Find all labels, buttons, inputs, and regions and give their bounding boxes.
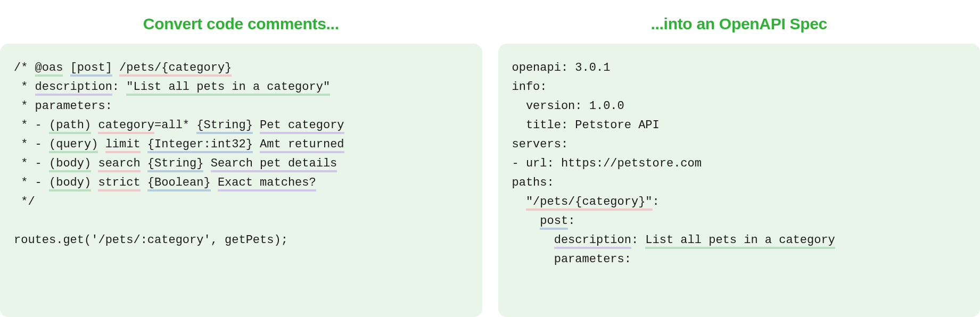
code-segment: [91, 157, 98, 170]
code-segment: Pet category: [260, 119, 344, 134]
code-segment: routes.get('/pets/:category', getPets);: [14, 233, 288, 247]
code-segment: [512, 214, 540, 228]
code-line: /* @oas [post] /pets/{category}: [14, 59, 468, 78]
code-segment: :: [112, 80, 126, 94]
code-segment: Exact matches?: [218, 176, 316, 191]
code-line: * - (body) search {String} Search pet de…: [14, 154, 468, 173]
code-segment: * -: [14, 157, 49, 170]
code-segment: :: [631, 233, 645, 247]
two-column-layout: Convert code comments... /* @oas [post] …: [0, 0, 980, 317]
code-segment: /pets/{category}: [119, 61, 232, 77]
code-line: * description: "List all pets in a categ…: [14, 78, 468, 97]
code-segment: [141, 157, 147, 170]
code-line: */: [14, 193, 468, 212]
code-segment: strict: [98, 176, 140, 191]
code-segment: * -: [14, 176, 49, 189]
code-line: * - (query) limit {Integer:int32} Amt re…: [14, 135, 468, 154]
left-panel: Convert code comments... /* @oas [post] …: [0, 0, 482, 317]
code-segment: Search pet details: [211, 157, 337, 172]
code-line: - url: https://petstore.com: [512, 154, 967, 173]
code-segment: category: [98, 119, 154, 134]
code-segment: title: Petstore API: [512, 119, 660, 132]
code-segment: openapi: 3.0.1: [512, 61, 611, 74]
code-segment: "/pets/{category}": [526, 195, 653, 211]
code-line: [14, 212, 468, 231]
code-segment: {String}: [196, 119, 253, 134]
code-segment: description: [554, 233, 631, 249]
code-segment: (path): [49, 119, 91, 134]
right-code-block: openapi: 3.0.1info: version: 1.0.0 title…: [498, 44, 981, 317]
code-segment: */: [14, 195, 35, 208]
code-line: "/pets/{category}":: [512, 193, 967, 212]
code-segment: [112, 61, 119, 74]
code-segment: [63, 61, 70, 74]
code-line: description: List all pets in a category: [512, 231, 967, 250]
code-segment: limit: [105, 138, 141, 153]
code-line: parameters:: [512, 250, 967, 269]
code-segment: paths:: [512, 176, 554, 189]
code-line: * - (path) category=all* {String} Pet ca…: [14, 116, 468, 135]
code-segment: * parameters:: [14, 99, 112, 113]
code-segment: [141, 176, 147, 189]
code-line: * parameters:: [14, 97, 468, 116]
code-segment: description: [35, 80, 112, 96]
code-segment: [91, 119, 98, 132]
code-line: info:: [512, 78, 967, 97]
code-line: post:: [512, 212, 967, 231]
code-segment: [203, 157, 210, 170]
code-segment: parameters:: [512, 253, 631, 266]
code-segment: [211, 176, 218, 189]
code-line: title: Petstore API: [512, 116, 967, 135]
code-segment: - url: https://petstore.com: [512, 157, 702, 170]
right-panel: ...into an OpenAPI Spec openapi: 3.0.1in…: [498, 0, 981, 317]
code-segment: {Boolean}: [147, 176, 211, 191]
code-segment: info:: [512, 80, 547, 94]
code-segment: :: [568, 214, 575, 228]
code-segment: @oas: [35, 61, 63, 77]
code-segment: [91, 176, 98, 189]
code-segment: {String}: [147, 157, 204, 172]
code-segment: *: [14, 80, 35, 94]
code-segment: {Integer:int32}: [147, 138, 253, 153]
code-segment: (body): [49, 157, 91, 172]
code-segment: [512, 233, 554, 247]
right-panel-title: ...into an OpenAPI Spec: [498, 0, 981, 44]
code-line: * - (body) strict {Boolean} Exact matche…: [14, 173, 468, 193]
code-segment: :: [653, 195, 660, 208]
code-segment: [141, 138, 147, 151]
code-segment: /*: [14, 61, 35, 74]
code-segment: [253, 138, 260, 151]
code-segment: (query): [49, 138, 98, 153]
code-segment: [98, 138, 105, 151]
code-segment: List all pets in a category: [645, 233, 835, 249]
left-panel-title: Convert code comments...: [0, 0, 482, 44]
code-line: routes.get('/pets/:category', getPets);: [14, 231, 468, 250]
code-segment: post: [540, 214, 568, 230]
code-segment: version: 1.0.0: [512, 99, 624, 113]
code-segment: Amt returned: [260, 138, 344, 153]
code-segment: servers:: [512, 138, 569, 151]
code-line: openapi: 3.0.1: [512, 59, 967, 78]
code-segment: =all*: [154, 119, 196, 132]
code-segment: search: [98, 157, 140, 172]
left-code-block: /* @oas [post] /pets/{category} * descri…: [0, 44, 482, 317]
code-segment: "List all pets in a category": [126, 80, 330, 96]
code-segment: [512, 195, 526, 208]
code-segment: (body): [49, 176, 91, 191]
code-line: version: 1.0.0: [512, 97, 967, 116]
code-segment: [post]: [70, 61, 112, 77]
code-line: paths:: [512, 173, 967, 193]
code-segment: * -: [14, 119, 49, 132]
code-segment: [253, 119, 260, 132]
code-line: servers:: [512, 135, 967, 154]
code-segment: * -: [14, 138, 49, 151]
